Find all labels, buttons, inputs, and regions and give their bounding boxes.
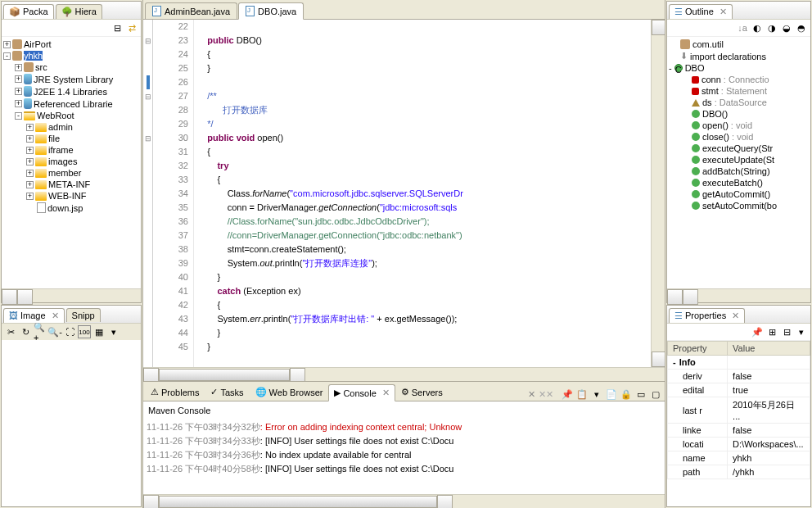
tab-properties[interactable]: ☰Properties✕ xyxy=(669,308,745,323)
outline-item[interactable]: ds : DataSource xyxy=(669,97,809,108)
tree-item[interactable]: down.jsp xyxy=(3,202,139,214)
expand-icon[interactable]: - xyxy=(669,63,672,73)
sort-icon[interactable]: ↓a xyxy=(736,21,749,34)
expand-icon[interactable]: + xyxy=(15,64,22,71)
outline-item[interactable]: getAutoCommit() xyxy=(669,188,809,200)
outline-item[interactable]: DBO() xyxy=(669,108,809,120)
property-row[interactable]: path/yhkh xyxy=(668,465,810,479)
scroll-lock-icon[interactable]: 🔒 xyxy=(620,388,633,401)
tree-item[interactable]: +iframe xyxy=(3,144,139,156)
scrollbar-horizontal[interactable] xyxy=(2,288,141,302)
outline-item[interactable]: conn : Connectio xyxy=(669,74,809,85)
display-icon[interactable]: 📋 xyxy=(575,388,589,401)
outline-scrollbar-horizontal[interactable] xyxy=(667,288,810,302)
expand-icon[interactable]: - xyxy=(15,112,22,120)
code-editor[interactable]: public DBO() { } /** 打开数据库 */ public voi… xyxy=(194,20,651,367)
bottom-tab-servers[interactable]: ⚙Servers xyxy=(395,383,449,401)
hide-static-icon[interactable]: ◑ xyxy=(765,21,778,34)
outline-item[interactable]: ⬇import declarations xyxy=(669,50,809,62)
tree-item[interactable]: +src xyxy=(3,61,139,73)
tree-item[interactable]: +images xyxy=(3,156,139,167)
hide-nonpublic-icon[interactable]: ◒ xyxy=(780,21,793,34)
expand-icon[interactable]: + xyxy=(15,88,22,95)
close-icon[interactable]: ✕ xyxy=(732,311,739,321)
outline-item[interactable]: close() : void xyxy=(669,131,809,143)
close-icon[interactable]: ✕ xyxy=(52,311,59,321)
tab-snippets[interactable]: Snipp xyxy=(66,308,101,322)
remove-icon[interactable]: ✕✕ xyxy=(539,388,553,401)
min-icon[interactable]: ▭ xyxy=(634,388,647,401)
max-icon[interactable]: ▢ xyxy=(649,388,662,401)
tree-item[interactable]: +JRE System Library xyxy=(3,73,139,85)
hide-fields-icon[interactable]: ◐ xyxy=(751,21,764,34)
expand-icon[interactable]: + xyxy=(15,100,22,107)
editor-tab[interactable]: AdminBean.java xyxy=(145,2,237,19)
tree-item[interactable]: +file xyxy=(3,133,139,144)
expand-icon[interactable]: - xyxy=(3,52,11,60)
package-tree[interactable]: +AirPort-yhkh+src+JRE System Library+J2E… xyxy=(2,37,141,288)
bottom-tab-console[interactable]: ▶Console✕ xyxy=(328,384,395,401)
zoom-in-icon[interactable]: 🔍+ xyxy=(34,325,47,338)
editor-scrollbar-horizontal[interactable] xyxy=(143,367,665,381)
property-row[interactable]: derivfalse xyxy=(668,370,810,383)
dropdown-icon[interactable]: ▾ xyxy=(107,325,120,338)
collapse-all-icon[interactable]: ⊟ xyxy=(111,21,124,34)
pin-icon[interactable]: 📌 xyxy=(561,388,574,401)
expand-icon[interactable]: + xyxy=(26,135,34,143)
editor-tab[interactable]: DBO.java xyxy=(238,2,304,20)
bottom-tab-web-browser[interactable]: 🌐Web Browser xyxy=(250,383,329,401)
outline-item[interactable]: executeBatch() xyxy=(669,177,809,188)
hide-local-icon[interactable]: ◓ xyxy=(795,21,808,34)
tree-item[interactable]: +J2EE 1.4 Libraries xyxy=(3,85,139,98)
close-icon[interactable]: ✕ xyxy=(720,7,727,17)
tree-item[interactable]: +member xyxy=(3,167,139,179)
property-row[interactable]: -Info xyxy=(668,356,810,370)
expand-icon[interactable]: + xyxy=(26,147,34,154)
property-row[interactable]: editaltrue xyxy=(668,383,810,397)
tree-item[interactable]: -WebRoot xyxy=(3,110,139,121)
zoom-out-icon[interactable]: 🔍- xyxy=(48,325,61,338)
property-row[interactable]: last r2010年5月26日 ... xyxy=(668,397,810,424)
tree-item[interactable]: -yhkh xyxy=(3,50,139,61)
outline-item[interactable]: setAutoCommit(bo xyxy=(669,200,809,211)
tab-hierarchy[interactable]: 🌳Hiera xyxy=(56,4,102,19)
menu-icon[interactable]: ▾ xyxy=(795,325,808,338)
link-editor-icon[interactable]: ⇄ xyxy=(125,21,138,34)
pin-icon[interactable]: 📌 xyxy=(751,325,764,338)
console-select-icon[interactable]: ▾ xyxy=(590,388,603,401)
tree-item[interactable]: +Referenced Librarie xyxy=(3,98,139,110)
crop-icon[interactable]: ✂ xyxy=(4,325,17,338)
tree-item[interactable]: +AirPort xyxy=(3,39,139,50)
outline-item[interactable]: com.util xyxy=(669,39,809,50)
outline-tree[interactable]: com.util⬇import declarations-CDBOconn : … xyxy=(667,37,810,288)
property-row[interactable]: linkefalse xyxy=(668,424,810,438)
expand-icon[interactable]: + xyxy=(3,41,11,48)
console-output[interactable]: 11-11-26 下午03时34分32秒: Error on adding in… xyxy=(143,420,665,494)
tab-package-explorer[interactable]: 📦Packa xyxy=(3,4,54,19)
tree-item[interactable]: +META-INF xyxy=(3,179,139,190)
clear-icon[interactable]: 📄 xyxy=(605,388,618,401)
expand-icon[interactable]: + xyxy=(26,158,34,166)
scrollbar-vertical[interactable] xyxy=(651,20,665,367)
tab-image[interactable]: 🖼Image✕ xyxy=(3,308,65,323)
zoom-fit-icon[interactable]: ⛶ xyxy=(63,325,76,338)
tree-item[interactable]: +admin xyxy=(3,121,139,133)
outline-item[interactable]: stmt : Statement xyxy=(669,85,809,97)
outline-item[interactable]: open() : void xyxy=(669,120,809,131)
expand-icon[interactable]: + xyxy=(26,193,34,200)
outline-item[interactable]: executeUpdate(St xyxy=(669,154,809,166)
property-row[interactable]: locatiD:\Workspaces\... xyxy=(668,438,810,451)
zoom-100-icon[interactable]: 100 xyxy=(78,325,91,338)
console-scrollbar-horizontal[interactable] xyxy=(143,494,665,508)
outline-item[interactable]: executeQuery(Str xyxy=(669,143,809,154)
expand-icon[interactable]: + xyxy=(26,181,34,188)
expand-icon[interactable]: + xyxy=(26,124,34,131)
expand-icon[interactable]: + xyxy=(26,170,34,177)
properties-table[interactable]: PropertyValue -Infoderivfalseeditaltruel… xyxy=(667,341,810,479)
bottom-tab-problems[interactable]: ⚠Problems xyxy=(145,383,205,401)
close-icon[interactable]: ✕ xyxy=(382,388,390,398)
filter-icon[interactable]: ⊟ xyxy=(780,325,793,338)
tree-item[interactable]: +WEB-INF xyxy=(3,190,139,202)
stop-icon[interactable]: ✕ xyxy=(525,388,538,401)
property-row[interactable]: nameyhkh xyxy=(668,451,810,465)
